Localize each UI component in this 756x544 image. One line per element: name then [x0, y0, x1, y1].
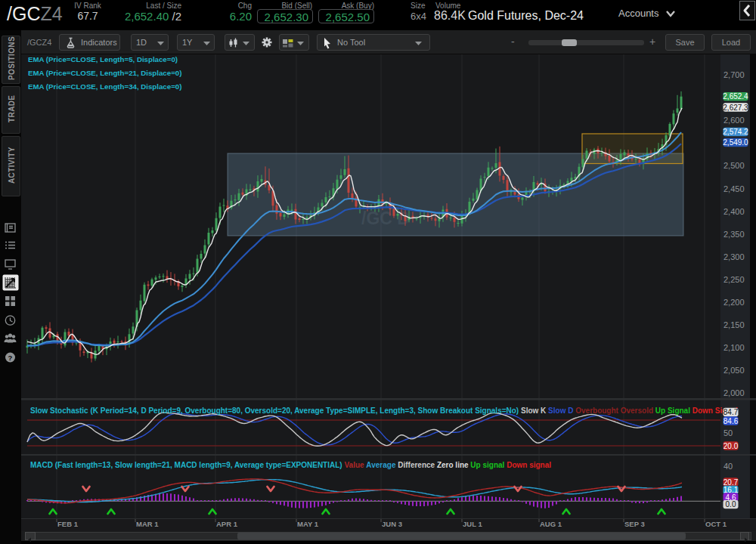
svg-text:AUG 1: AUG 1 — [540, 520, 562, 528]
svg-text:/GC D: /GC D — [361, 209, 410, 228]
svg-text:EMA (Price=CLOSE, Length=5, Di: EMA (Price=CLOSE, Length=5, Displace=0) — [28, 55, 178, 63]
svg-text:2,574.2: 2,574.2 — [723, 128, 748, 136]
svg-text:2,250: 2,250 — [723, 275, 745, 284]
svg-text:2,150: 2,150 — [723, 320, 745, 329]
svg-text:SEP 3: SEP 3 — [624, 520, 645, 528]
svg-text:EMA (Price=CLOSE, Length=21, D: EMA (Price=CLOSE, Length=21, Displace=0) — [28, 69, 181, 77]
svg-text:2,627.3: 2,627.3 — [723, 104, 748, 112]
svg-text:84.6: 84.6 — [723, 417, 739, 425]
svg-text:40: 40 — [723, 462, 733, 471]
svg-text:Slow Stochastic (K Period=14,: Slow Stochastic (K Period=14, D Period=9… — [30, 406, 738, 415]
svg-text:MACD (Fast length=13, Slow len: MACD (Fast length=13, Slow length=21, MA… — [30, 461, 551, 469]
svg-text:2,450: 2,450 — [723, 184, 745, 193]
svg-text:2,700: 2,700 — [723, 70, 745, 79]
svg-text:0.0: 0.0 — [726, 500, 736, 508]
svg-text:2,652.4: 2,652.4 — [723, 92, 748, 100]
svg-text:2,500: 2,500 — [723, 161, 745, 170]
svg-text:?: ? — [8, 354, 13, 362]
svg-text:2,400: 2,400 — [723, 207, 745, 216]
svg-text:2,100: 2,100 — [723, 343, 745, 352]
svg-text:TRADE: TRADE — [8, 95, 16, 122]
svg-text:JUN 3: JUN 3 — [382, 520, 402, 528]
svg-text:84.7: 84.7 — [723, 408, 739, 416]
svg-text:FEB 1: FEB 1 — [57, 520, 79, 528]
svg-text:OCT 1: OCT 1 — [705, 520, 727, 528]
svg-text:2,549.0: 2,549.0 — [723, 138, 748, 147]
svg-text:POSITIONS: POSITIONS — [8, 36, 16, 80]
svg-text:2,200: 2,200 — [723, 298, 745, 307]
svg-text:20.7: 20.7 — [723, 478, 739, 487]
svg-text:2,600: 2,600 — [723, 116, 745, 125]
svg-text:EMA (Price=CLOSE, Length=34, D: EMA (Price=CLOSE, Length=34, Displace=0) — [28, 82, 181, 91]
svg-text:2,350: 2,350 — [723, 230, 745, 239]
svg-text:2,050: 2,050 — [723, 366, 745, 375]
svg-text:MAY 1: MAY 1 — [297, 520, 319, 528]
svg-text:MAR 1: MAR 1 — [136, 520, 159, 528]
svg-text:2,000: 2,000 — [723, 388, 745, 397]
svg-text:ACTIVITY: ACTIVITY — [8, 147, 16, 184]
svg-text:2,300: 2,300 — [723, 252, 745, 261]
svg-text:APR 1: APR 1 — [216, 520, 238, 528]
svg-text:JUL 1: JUL 1 — [463, 520, 482, 528]
svg-text:20.0: 20.0 — [723, 442, 739, 450]
svg-text:50: 50 — [723, 428, 733, 437]
